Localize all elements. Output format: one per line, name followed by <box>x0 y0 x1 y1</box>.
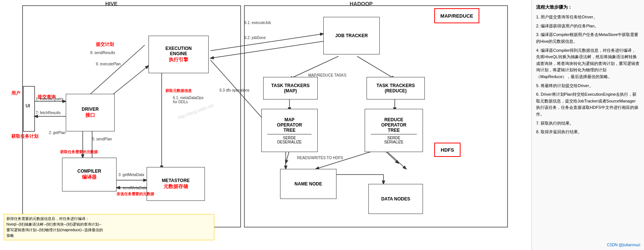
name-node-box: NAME NODE <box>280 169 336 199</box>
submit-plan-label: 提交计划 <box>96 41 114 48</box>
right-panel-title: 流程大致步骤为： <box>536 4 639 11</box>
execution-engine-box: EXECUTION ENGINE 执行引擎 <box>148 36 209 73</box>
right-panel: 流程大致步骤为： 1. 用户提交查询等任务给Driver。 2. 编译器获得该用… <box>531 0 644 250</box>
get-meta-info-label: 获取元数据信息 <box>165 88 192 93</box>
reduce-operator-tree-box: REDUCE OPERATOR TREE SERDE SERIALIZE <box>365 109 423 152</box>
arrow-5-label: 5: sendPlan <box>92 137 112 141</box>
arrow-3-label: 3: getMetaData <box>118 173 144 177</box>
user-label: 用户 <box>11 90 20 96</box>
arrow-6-label: 6: executePlan <box>96 62 121 66</box>
send-meta-label: 发送任务需要的元数据 <box>117 191 154 197</box>
data-nodes-box: DATA NODES <box>368 184 423 214</box>
diagram-container: HIVE HADOOP MAP/REDUCE EXECUTION ENGINE … <box>0 0 644 250</box>
reads-writes-label: READS/WRITES TO HDFS <box>297 156 343 160</box>
task-trackers-reduce-box: TASK TRACKERS (REDUCE) <box>367 77 425 99</box>
watermark: http://blog.csdn.net <box>177 102 215 120</box>
step-7: 7. 获取执行的结果。 <box>536 120 639 127</box>
hdfs-badge: HDFS <box>434 143 461 157</box>
driver-box: DRIVER 接口 <box>66 94 115 131</box>
arrow-2-label: 2: getPlan <box>49 131 66 135</box>
arrow-1-label: 1: executeQuery <box>36 97 63 101</box>
svg-line-13 <box>211 41 323 58</box>
step-1: 1. 用户提交查询等任务给Driver。 <box>536 14 639 21</box>
step-4: 4. 编译器Compiler得到元数据信息，对任务进行编译，先将HiveQL转换… <box>536 47 639 80</box>
arrow-63-label: 6.3 dfs operations <box>220 88 250 92</box>
step-8: 8. 取得并返回执行结果。 <box>536 129 639 136</box>
task-trackers-map-box: TASK TRACKERS (MAP) <box>263 77 318 99</box>
svg-line-12 <box>211 34 323 51</box>
map-reduce-tasks-label: MAP/REDUCE TASKS <box>308 73 346 77</box>
arrow-7-label: 7: fetchResults <box>36 111 61 115</box>
svg-line-19 <box>286 150 289 163</box>
job-tracker-box: JOB TRACKER <box>323 17 380 54</box>
arrow-61-label: 6.1: executeJob <box>244 21 271 25</box>
step-2: 2. 编译器获得该用户的任务Plan。 <box>536 23 639 30</box>
metastore-box: METASTORE 元数据存储 <box>147 167 205 201</box>
step-6: 6. Driver将计划Plan转交给ExecutionEngine去执行，获取… <box>536 91 639 117</box>
hive-section-label: HIVE <box>105 1 118 7</box>
step-3: 3. 编译器Compiler根据用户任务去MetaStore中获取需要的Hive… <box>536 32 639 45</box>
step-5: 5. 将最终的计划提交给Driver。 <box>536 83 639 89</box>
svg-rect-2 <box>23 86 35 131</box>
footer-label: CSDN @jiutianmuzi <box>607 242 640 248</box>
get-meta-label: 获取任务需要的元数据 <box>60 149 98 155</box>
map-reduce-badge: MAP/REDUCE <box>434 8 479 23</box>
arrow-8-label: 8: sendResults <box>90 51 115 55</box>
get-plan-label: 获取任务计划 <box>11 133 38 140</box>
map-operator-tree-box: MAP OPERATOR TREE SERDE DESERIALIZE <box>261 109 318 152</box>
arrow-4-label: 4: sendMetaData <box>118 186 147 190</box>
arrow-64-label: 6.1: metaDataOps for DDLs <box>173 96 203 104</box>
svg-line-16 <box>357 56 395 79</box>
arrow-62-label: 6.2: jobDone <box>244 36 266 40</box>
compiler-box: COMPILER 编译器 <box>62 158 117 191</box>
hadoop-section-label: HADOOP <box>350 1 373 7</box>
ui-label: UI <box>26 103 30 108</box>
bottom-annotation: 获得任务需要的元数据信息后，对任务进行编译： hiveql--(转)抽象语法树-… <box>4 214 214 240</box>
